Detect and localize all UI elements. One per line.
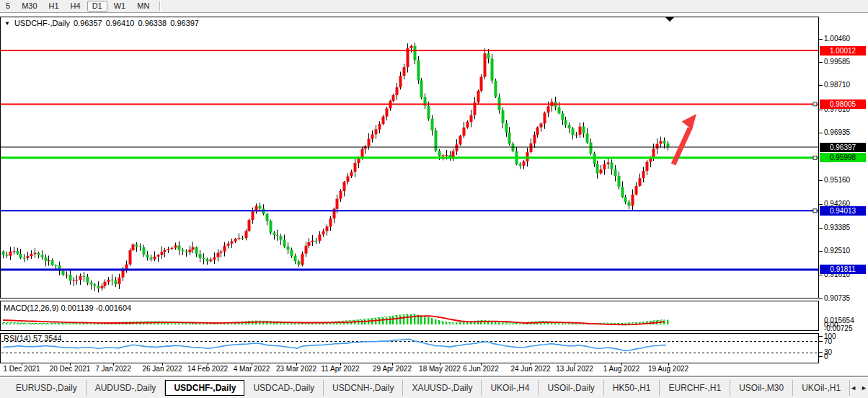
candle-up [652,149,655,157]
candle-down [182,250,185,252]
candle-down [628,202,631,205]
candle-up [213,257,216,260]
candle-down [199,254,202,258]
candle-up [484,53,487,76]
price-axis[interactable]: 1.004600.995850.987100.978100.969350.951… [819,0,868,398]
timeframe-button-h1[interactable]: H1 [44,1,64,12]
candle-up [101,286,104,288]
chart-tab-usdcnh-daily[interactable]: USDCNH-,Daily [324,380,403,396]
candle-up [547,106,550,112]
candle-up [442,155,445,156]
candle-up [118,278,121,285]
candle-up [368,139,371,146]
chart-tab-usoil-daily[interactable]: USOil-,Daily [539,380,603,396]
candle-down [266,214,269,221]
candle-up [523,162,526,166]
candle-down [280,236,283,239]
candle-down [291,249,293,256]
candle-down [438,151,441,156]
chart-tab-ukoil-h1[interactable]: UKOil-,H1 [793,380,850,396]
candle-up [322,231,325,235]
time-axis[interactable]: 1 Dec 202120 Dec 20217 Jan 202226 Jan 20… [0,364,819,374]
candle-down [508,133,511,144]
candle-up [533,135,536,143]
symbol-name: USDCHF-,Daily [14,19,70,27]
candle-up [27,256,30,258]
chart-tab-audusd-daily[interactable]: AUDUSD-,Daily [87,380,166,396]
candle-up [544,112,546,123]
candle-down [150,257,153,260]
tab-scroll-left-icon[interactable]: ◄ [850,384,856,392]
chart-tab-ukoil-h4[interactable]: UKOil-,H4 [482,380,539,396]
chart-tab-usdcad-daily[interactable]: USDCAD-,Daily [244,380,324,396]
timeframe-button-d1[interactable]: D1 [87,1,107,12]
candle-down [495,81,497,97]
price-tick [819,110,823,110]
chart-tab-bar: EURUSD-,DailyAUDUSD-,DailyUSDCHF-,DailyU… [0,378,868,398]
price-axis-label: 0.99585 [824,58,850,66]
ohlc-close: 0.96397 [170,19,199,27]
chart-tab-xauusd-daily[interactable]: XAUUSD-,Daily [403,380,482,396]
candle-up [656,144,659,149]
timeframe-button-w1[interactable]: W1 [109,1,131,12]
candle-down [294,256,297,262]
ohlc-low: 0.96338 [138,19,167,27]
candle-down [417,61,420,81]
line-handle[interactable] [813,209,817,213]
candle-up [223,246,226,252]
main-price-chart[interactable] [0,17,819,299]
chart-shift-marker[interactable] [665,17,674,22]
line-handle[interactable] [813,102,817,106]
chart-tab-hk50-h1[interactable]: HK50-,H1 [604,380,660,396]
candle-up [347,177,350,182]
price-tick [819,204,823,205]
chart-tab-eurchf-h1[interactable]: EURCHF-,H1 [660,380,730,396]
candle-down [614,169,617,176]
candle-up [635,186,638,195]
macd-indicator-panel[interactable]: MACD(12,26,9) 0.001139 -0.001604 [0,301,819,331]
chart-tab-usdchf-daily[interactable]: USDCHF-,Daily [165,380,244,396]
candle-up [446,155,448,156]
candle-down [19,254,22,258]
price-axis-label: 0.93385 [824,224,850,231]
candle-up [358,158,360,163]
rsi-indicator-panel[interactable]: RSI(14) 57.3544 [0,333,819,363]
price-tick [819,228,823,229]
date-label: 20 Dec 2021 [50,365,91,373]
candle-up [76,280,79,280]
candle-down [41,255,44,257]
macd-axis-label: -0.00725 [824,324,852,332]
price-axis-label: 0.92510 [824,247,850,255]
candle-down [143,247,146,255]
symbol-dropdown-icon[interactable]: ▼ [4,20,10,27]
candle-down [502,110,505,123]
candle-down [94,284,97,286]
candle-up [171,248,174,249]
chart-tab-eurusd-daily[interactable]: EURUSD-,Daily [7,380,87,396]
candle-down [512,144,515,151]
candle-up [540,123,543,127]
timeframe-button-mn[interactable]: MN [132,1,154,12]
price-axis-label: 0.95160 [824,176,850,184]
candle-up [600,169,603,173]
candle-up [319,234,322,241]
timeframe-button-5[interactable]: 5 [1,1,15,12]
candle-down [23,258,26,259]
candle-up [354,163,357,172]
tab-scroll-right-icon[interactable]: ► [861,384,867,392]
candle-up [122,270,125,278]
candle-up [252,211,254,220]
candle-down [283,240,286,247]
timeframe-button-h4[interactable]: H4 [66,1,86,12]
candle-up [530,143,533,152]
timeframe-button-m30[interactable]: M30 [17,1,42,12]
candle-down [586,133,589,143]
candle-up [382,117,385,125]
candle-up [234,239,237,242]
line-handle[interactable] [813,156,817,159]
chart-tab-usoil-m30[interactable]: USOil-,M30 [730,380,793,396]
candle-down [69,275,72,280]
candle-up [189,249,192,252]
date-label: 14 Feb 2022 [187,365,228,373]
date-label: 11 Apr 2022 [321,365,359,373]
